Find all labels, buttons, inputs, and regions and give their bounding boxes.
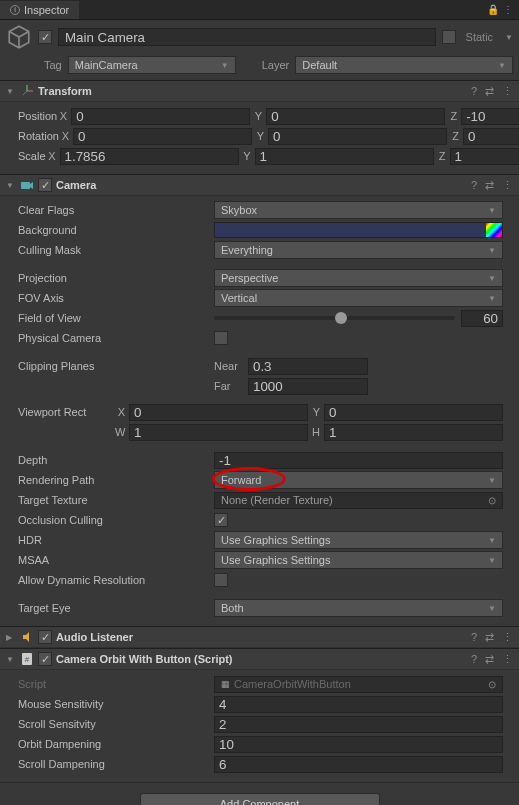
script-icon: # [20, 652, 34, 666]
mouse-sensitivity-input[interactable] [214, 696, 503, 713]
static-label: Static [462, 31, 498, 43]
scroll-dampening-input[interactable] [214, 756, 503, 773]
svg-text:#: # [25, 655, 30, 664]
tag-label: Tag [44, 59, 62, 71]
preset-icon[interactable]: ⇄ [485, 179, 494, 192]
static-checkbox[interactable] [442, 30, 456, 44]
viewport-x-input[interactable] [129, 404, 308, 421]
viewport-w-input[interactable] [129, 424, 308, 441]
occlusion-checkbox[interactable] [214, 513, 228, 527]
preset-icon[interactable]: ⇄ [485, 631, 494, 644]
active-checkbox[interactable] [38, 30, 52, 44]
position-y-input[interactable] [266, 108, 445, 125]
transform-body: Position X Y Z Rotation X Y Z Scale X Y … [0, 102, 519, 174]
foldout-icon[interactable]: ▼ [6, 181, 16, 190]
gameobject-name-input[interactable] [58, 28, 436, 46]
static-dropdown-arrow[interactable]: ▼ [505, 33, 513, 42]
audio-icon [20, 630, 34, 644]
help-icon[interactable]: ? [471, 631, 477, 643]
preset-icon[interactable]: ⇄ [485, 653, 494, 666]
scale-z-input[interactable] [450, 148, 519, 165]
preset-icon[interactable]: ⇄ [485, 85, 494, 98]
scale-y-input[interactable] [255, 148, 434, 165]
physical-camera-checkbox[interactable] [214, 331, 228, 345]
context-menu-icon[interactable]: ⋮ [502, 653, 513, 666]
help-icon[interactable]: ? [471, 653, 477, 665]
layer-dropdown[interactable]: Default▼ [295, 56, 513, 74]
camera-body: Clear Flags Skybox▼ Background Culling M… [0, 196, 519, 626]
position-z-input[interactable] [461, 108, 519, 125]
tab-bar: i Inspector 🔒 ⋮ [0, 0, 519, 20]
background-color-field[interactable] [214, 222, 503, 238]
help-icon[interactable]: ? [471, 85, 477, 97]
scale-x-input[interactable] [60, 148, 239, 165]
foldout-icon[interactable]: ▶ [6, 633, 16, 642]
target-eye-dropdown[interactable]: Both▼ [214, 599, 503, 617]
scroll-sensitivity-input[interactable] [214, 716, 503, 733]
rotation-z-input[interactable] [463, 128, 519, 145]
context-menu-icon[interactable]: ⋮ [502, 631, 513, 644]
info-icon: i [10, 5, 20, 15]
camera-title: Camera [56, 179, 467, 191]
layer-label: Layer [262, 59, 290, 71]
gameobject-header: Static ▼ [0, 20, 519, 54]
rendering-path-dropdown[interactable]: Forward▼ [214, 471, 503, 489]
object-picker-icon: ⊙ [488, 679, 496, 690]
rotation-y-input[interactable] [268, 128, 447, 145]
viewport-h-input[interactable] [324, 424, 503, 441]
position-label: Position [16, 110, 57, 122]
gameobject-icon[interactable] [6, 24, 32, 50]
script-field: ▦CameraOrbitWithButton⊙ [214, 676, 503, 693]
context-menu-icon[interactable]: ⋮ [502, 85, 513, 98]
orbit-dampening-input[interactable] [214, 736, 503, 753]
orbit-script-title: Camera Orbit With Button (Script) [56, 653, 467, 665]
orbit-script-header[interactable]: ▼ # Camera Orbit With Button (Script) ? … [0, 648, 519, 670]
context-menu-icon[interactable]: ⋮ [502, 179, 513, 192]
lock-icon[interactable]: 🔒 [487, 4, 499, 15]
tab-title: Inspector [24, 4, 69, 16]
audio-listener-title: Audio Listener [56, 631, 467, 643]
hdr-dropdown[interactable]: Use Graphics Settings▼ [214, 531, 503, 549]
msaa-dropdown[interactable]: Use Graphics Settings▼ [214, 551, 503, 569]
dynamic-resolution-checkbox[interactable] [214, 573, 228, 587]
inspector-tab[interactable]: i Inspector [0, 1, 79, 19]
far-clip-input[interactable] [248, 378, 368, 395]
rotation-x-input[interactable] [73, 128, 252, 145]
help-icon[interactable]: ? [471, 179, 477, 191]
camera-icon [20, 178, 34, 192]
culling-mask-dropdown[interactable]: Everything▼ [214, 241, 503, 259]
script-enabled-checkbox[interactable] [38, 652, 52, 666]
scale-label: Scale [16, 150, 46, 162]
near-clip-input[interactable] [248, 358, 368, 375]
clear-flags-dropdown[interactable]: Skybox▼ [214, 201, 503, 219]
transform-icon [20, 84, 34, 98]
transform-header[interactable]: ▼ Transform ? ⇄ ⋮ [0, 80, 519, 102]
add-component-section: Add Component [0, 782, 519, 805]
orbit-script-body: Script ▦CameraOrbitWithButton⊙ Mouse Sen… [0, 670, 519, 782]
tag-layer-row: Tag MainCamera▼ Layer Default▼ [0, 54, 519, 80]
foldout-icon[interactable]: ▼ [6, 655, 16, 664]
fov-slider[interactable] [214, 316, 455, 320]
menu-icon[interactable]: ⋮ [503, 4, 513, 15]
script-file-icon: ▦ [221, 679, 230, 689]
audio-listener-header[interactable]: ▶ Audio Listener ? ⇄ ⋮ [0, 626, 519, 648]
target-texture-field[interactable]: None (Render Texture)⊙ [214, 492, 503, 509]
add-component-button[interactable]: Add Component [140, 793, 380, 805]
svg-rect-0 [21, 182, 30, 189]
viewport-y-input[interactable] [324, 404, 503, 421]
window-buttons: 🔒 ⋮ [487, 4, 519, 15]
tag-dropdown[interactable]: MainCamera▼ [68, 56, 236, 74]
foldout-icon[interactable]: ▼ [6, 87, 16, 96]
fov-input[interactable] [461, 310, 503, 327]
fov-axis-dropdown[interactable]: Vertical▼ [214, 289, 503, 307]
rotation-label: Rotation [16, 130, 59, 142]
projection-dropdown[interactable]: Perspective▼ [214, 269, 503, 287]
camera-enabled-checkbox[interactable] [38, 178, 52, 192]
camera-header[interactable]: ▼ Camera ? ⇄ ⋮ [0, 174, 519, 196]
transform-title: Transform [38, 85, 467, 97]
object-picker-icon: ⊙ [488, 495, 496, 506]
depth-input[interactable] [214, 452, 503, 469]
position-x-input[interactable] [71, 108, 250, 125]
audio-enabled-checkbox[interactable] [38, 630, 52, 644]
